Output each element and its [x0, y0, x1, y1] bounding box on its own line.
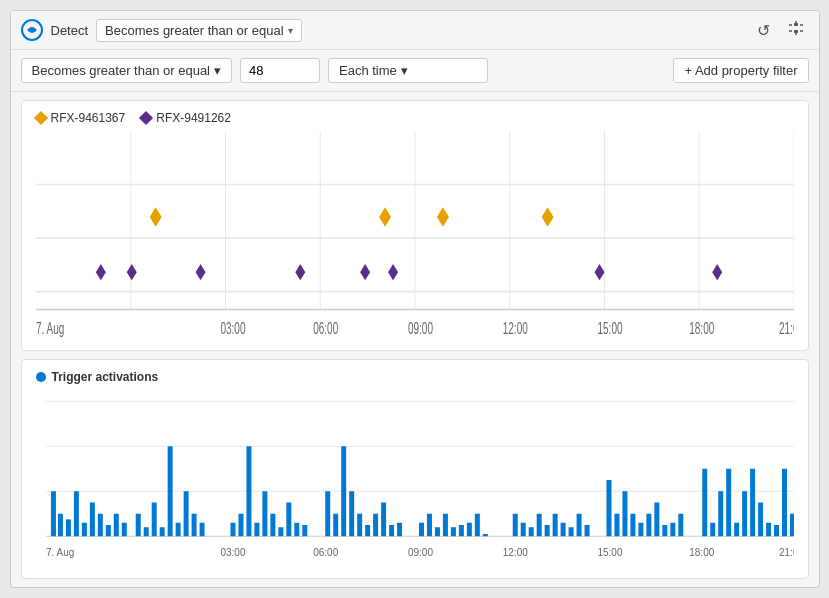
svg-rect-92	[450, 527, 455, 536]
svg-rect-103	[560, 523, 565, 537]
svg-rect-87	[397, 523, 402, 537]
svg-rect-54	[89, 503, 94, 537]
svg-rect-118	[710, 523, 715, 537]
svg-marker-32	[712, 264, 722, 280]
svg-rect-120	[726, 469, 731, 537]
svg-rect-94	[466, 523, 471, 537]
svg-rect-61	[151, 503, 156, 537]
svg-marker-29	[360, 264, 370, 280]
svg-rect-68	[230, 523, 235, 537]
svg-text:06:00: 06:00	[313, 546, 338, 559]
svg-rect-85	[381, 503, 386, 537]
settings-button[interactable]	[783, 17, 809, 43]
svg-rect-65	[183, 491, 188, 536]
svg-marker-25	[95, 264, 105, 280]
svg-rect-80	[341, 446, 346, 536]
add-filter-label: + Add property filter	[684, 63, 797, 78]
svg-text:21:00: 21:00	[779, 319, 794, 337]
svg-rect-119	[718, 491, 723, 536]
legend-item-2: RFX-9491262	[141, 111, 231, 125]
reset-button[interactable]: ↺	[752, 18, 775, 43]
bar-legend-label: Trigger activations	[52, 370, 159, 384]
svg-rect-59	[135, 514, 140, 537]
svg-rect-97	[512, 514, 517, 537]
svg-rect-115	[670, 523, 675, 537]
svg-text:03:00: 03:00	[220, 546, 245, 559]
svg-rect-124	[758, 503, 763, 537]
svg-rect-102	[552, 514, 557, 537]
svg-rect-107	[606, 480, 611, 536]
svg-rect-55	[97, 514, 102, 537]
svg-rect-70	[246, 446, 251, 536]
svg-rect-123	[750, 469, 755, 537]
svg-rect-95	[474, 514, 479, 537]
scatter-svg-container: 7. Aug 03:00 06:00 09:00 12:00 15:00 18:…	[36, 131, 794, 342]
condition-dropdown[interactable]: Becomes greater than or equal ▾	[21, 58, 233, 83]
svg-rect-78	[325, 491, 330, 536]
svg-text:21:00: 21:00	[779, 546, 794, 559]
svg-rect-77	[302, 525, 307, 536]
svg-rect-109	[622, 491, 627, 536]
svg-rect-64	[175, 523, 180, 537]
svg-marker-31	[594, 264, 604, 280]
svg-rect-49	[50, 491, 55, 536]
condition-chevron: ▾	[214, 63, 221, 78]
detect-dropdown[interactable]: Becomes greater than or equal ▾	[96, 19, 302, 42]
svg-text:15:00: 15:00	[597, 546, 622, 559]
svg-rect-112	[646, 514, 651, 537]
charts-area: RFX-9461367 RFX-9491262	[11, 92, 819, 587]
svg-rect-113	[654, 503, 659, 537]
svg-rect-58	[121, 523, 126, 537]
svg-marker-27	[195, 264, 205, 280]
svg-rect-126	[774, 525, 779, 536]
legend-dot-2	[139, 111, 153, 125]
svg-rect-82	[357, 514, 362, 537]
svg-text:09:00: 09:00	[408, 546, 433, 559]
svg-rect-106	[584, 525, 589, 536]
condition-label: Becomes greater than or equal	[32, 63, 211, 78]
svg-text:09:00: 09:00	[408, 319, 433, 337]
svg-text:12:00: 12:00	[502, 546, 527, 559]
add-filter-button[interactable]: + Add property filter	[673, 58, 808, 83]
svg-rect-128	[790, 514, 794, 537]
svg-rect-111	[638, 523, 643, 537]
detect-label: Detect	[51, 23, 89, 38]
detect-dropdown-chevron: ▾	[288, 25, 293, 36]
svg-rect-56	[105, 525, 110, 536]
svg-rect-7	[794, 23, 798, 26]
svg-rect-52	[73, 491, 78, 536]
svg-rect-73	[270, 514, 275, 537]
svg-rect-99	[528, 527, 533, 536]
svg-marker-30	[388, 264, 398, 280]
svg-rect-100	[536, 514, 541, 537]
svg-rect-122	[742, 491, 747, 536]
logo-icon	[21, 19, 43, 41]
svg-rect-69	[238, 514, 243, 537]
bar-svg-container: 6 4 2 0	[36, 390, 794, 570]
svg-rect-110	[630, 514, 635, 537]
svg-rect-75	[286, 503, 291, 537]
legend-dot-1	[33, 111, 47, 125]
value-input[interactable]	[240, 58, 320, 83]
svg-rect-104	[568, 527, 573, 536]
svg-rect-96	[482, 534, 487, 536]
svg-text:18:00: 18:00	[689, 546, 714, 559]
svg-rect-60	[143, 527, 148, 536]
svg-text:18:00: 18:00	[689, 319, 714, 337]
frequency-dropdown[interactable]: Each time ▾	[328, 58, 488, 83]
svg-rect-50	[57, 514, 62, 537]
frequency-label: Each time	[339, 63, 397, 78]
bar-svg: 6 4 2 0	[36, 390, 794, 570]
svg-rect-90	[434, 527, 439, 536]
svg-rect-84	[373, 514, 378, 537]
svg-rect-93	[458, 525, 463, 536]
svg-marker-24	[541, 207, 553, 226]
svg-rect-79	[333, 514, 338, 537]
svg-rect-114	[662, 525, 667, 536]
svg-text:7. Aug: 7. Aug	[36, 319, 64, 337]
bar-legend-dot	[36, 372, 46, 382]
svg-rect-116	[678, 514, 683, 537]
svg-rect-8	[794, 30, 798, 33]
filter-bar: Becomes greater than or equal ▾ Each tim…	[11, 50, 819, 92]
svg-text:15:00: 15:00	[597, 319, 622, 337]
